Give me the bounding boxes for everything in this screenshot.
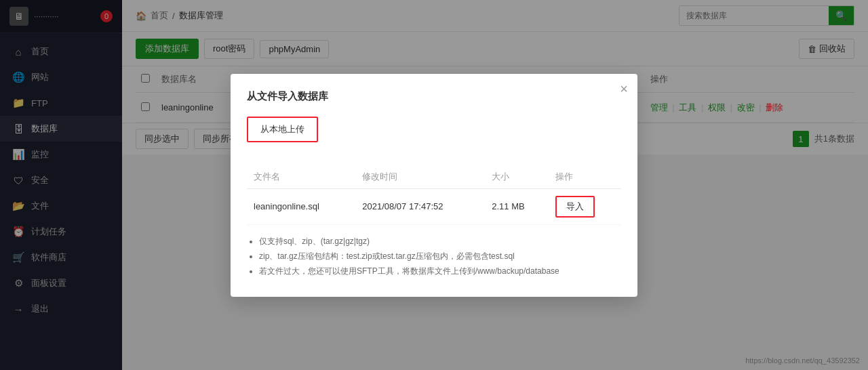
file-col-name: 文件名 — [247, 165, 355, 189]
modal-close-button[interactable]: × — [620, 82, 628, 96]
file-col-size: 大小 — [485, 165, 549, 189]
file-time-cell: 2021/08/07 17:47:52 — [355, 188, 485, 224]
file-size-cell: 2.11 MB — [485, 188, 549, 224]
import-modal: 从文件导入数据库 × 从本地上传 文件名 修改时间 大小 操作 leaningo… — [231, 74, 637, 297]
tips-list: 仅支持sql、zip、(tar.gz|gz|tgz) zip、tar.gz压缩包… — [247, 236, 621, 277]
file-table-header: 文件名 修改时间 大小 操作 — [247, 165, 621, 189]
file-col-time: 修改时间 — [355, 165, 485, 189]
file-table: 文件名 修改时间 大小 操作 leaningonline.sql 2021/08… — [247, 165, 621, 225]
file-table-row: leaningonline.sql 2021/08/07 17:47:52 2.… — [247, 188, 621, 224]
file-action-cell: 导入 — [549, 188, 621, 224]
file-name-cell: leaningonline.sql — [247, 188, 355, 224]
tip-1: 仅支持sql、zip、(tar.gz|gz|tgz) — [259, 236, 621, 247]
tip-2: zip、tar.gz压缩包结构：test.zip或test.tar.gz压缩包内… — [259, 251, 621, 262]
modal-title: 从文件导入数据库 — [247, 90, 621, 103]
file-import-button[interactable]: 导入 — [555, 196, 595, 218]
upload-local-button[interactable]: 从本地上传 — [247, 117, 318, 142]
modal-overlay[interactable]: 从文件导入数据库 × 从本地上传 文件名 修改时间 大小 操作 leaningo… — [0, 0, 868, 370]
file-col-action: 操作 — [549, 165, 621, 189]
tip-3: 若文件过大，您还可以使用SFTP工具，将数据库文件上传到/www/backup/… — [259, 266, 621, 277]
